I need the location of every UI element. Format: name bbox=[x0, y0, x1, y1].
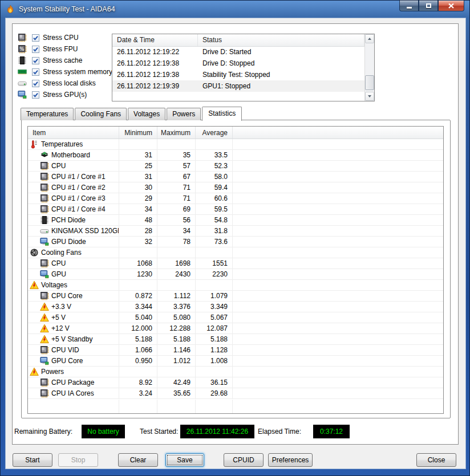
tab-temperatures[interactable]: Temperatures bbox=[21, 108, 74, 120]
stats-item-row[interactable]: CPU #1 / Core #1316758.0 bbox=[28, 172, 443, 182]
stats-column-maximum[interactable]: Maximum bbox=[157, 127, 196, 139]
stats-column-item[interactable]: Item bbox=[28, 127, 119, 139]
scroll-down-icon[interactable] bbox=[365, 92, 374, 101]
titlebar[interactable]: System Stability Test - AIDA64 bbox=[1, 1, 469, 18]
checkbox-stress-cache[interactable] bbox=[32, 57, 39, 64]
stats-item-label: Powers bbox=[41, 367, 64, 377]
stats-item-row[interactable]: CPU106816981551 bbox=[28, 258, 443, 269]
log-row[interactable]: 26.11.2012 12:19:22Drive D: Started bbox=[112, 46, 364, 58]
stats-item-row[interactable]: PCH Diode485654.8 bbox=[28, 215, 443, 226]
voltage-warning-icon bbox=[30, 280, 39, 290]
tab-powers[interactable]: Powers bbox=[167, 108, 201, 120]
stats-min-cell: 12.000 bbox=[119, 323, 157, 333]
stress-option-label[interactable]: Stress GPU(s) bbox=[43, 91, 87, 99]
start-button[interactable]: Start bbox=[13, 453, 52, 467]
gpu-icon bbox=[40, 270, 49, 279]
stats-item-row[interactable]: CPU Package8.9242.4936.15 bbox=[28, 377, 443, 388]
stress-option-label[interactable]: Stress CPU bbox=[43, 34, 79, 42]
stress-option-label[interactable]: Stress cache bbox=[43, 56, 82, 64]
tab-voltages[interactable]: Voltages bbox=[128, 108, 165, 120]
gpu-icon bbox=[40, 356, 49, 365]
cpu-chip-icon bbox=[40, 161, 49, 170]
stats-min-cell: 1230 bbox=[119, 269, 157, 279]
stats-max-cell: 69 bbox=[157, 204, 196, 214]
stats-avg-cell: 2230 bbox=[196, 269, 233, 279]
stats-group-row[interactable]: Voltages bbox=[28, 280, 443, 291]
scroll-up-icon[interactable] bbox=[365, 34, 374, 43]
stats-item-row[interactable]: CPU Core0.8721.1121.079 bbox=[28, 291, 443, 302]
stats-item-row[interactable]: +3.3 V3.3443.3763.349 bbox=[28, 302, 443, 312]
log-column-status[interactable]: Status bbox=[198, 34, 364, 46]
clear-button[interactable]: Clear bbox=[118, 453, 158, 467]
stats-min-cell: 5.040 bbox=[119, 312, 157, 323]
stats-item-row[interactable]: Motherboard313533.5 bbox=[28, 150, 443, 161]
stats-item-row[interactable]: GPU Diode327873.6 bbox=[28, 237, 443, 247]
stats-group-row[interactable]: Powers bbox=[28, 367, 443, 377]
minimize-button[interactable] bbox=[399, 1, 419, 11]
disk-icon bbox=[18, 79, 27, 88]
stats-max-cell: 35 bbox=[157, 150, 196, 160]
cpu-chip-icon bbox=[40, 389, 49, 398]
checkbox-stress-gpu-s[interactable] bbox=[32, 91, 39, 99]
cache-chip-icon bbox=[40, 215, 49, 225]
maximize-button[interactable] bbox=[419, 1, 438, 11]
stats-column-average[interactable]: Average bbox=[196, 127, 233, 139]
stats-item-row[interactable]: CPU #1 / Core #4346959.5 bbox=[28, 204, 443, 215]
stats-item-row[interactable]: +12 V12.00012.28812.087 bbox=[28, 323, 443, 334]
stress-option-label[interactable]: Stress local disks bbox=[43, 79, 96, 87]
checkbox-stress-system-memory[interactable] bbox=[32, 68, 39, 76]
stats-avg-cell: 54.8 bbox=[196, 215, 233, 225]
scrollbar-thumb[interactable] bbox=[365, 75, 374, 90]
close-button[interactable]: Close bbox=[416, 453, 456, 467]
stats-item-label: PCH Diode bbox=[51, 215, 86, 225]
stats-column-minimum[interactable]: Minimum bbox=[119, 127, 157, 139]
stats-item-label: CPU IA Cores bbox=[51, 388, 94, 398]
stats-min-cell: 25 bbox=[119, 161, 157, 171]
stress-option-label[interactable]: Stress FPU bbox=[43, 45, 78, 53]
statistics-header: Item Minimum Maximum Average bbox=[28, 127, 443, 139]
check-icon bbox=[33, 35, 39, 41]
stats-avg-cell: 5.188 bbox=[196, 334, 233, 344]
stats-item-label: Motherboard bbox=[51, 150, 90, 160]
stats-item-row[interactable]: +5 V Standby5.1885.1885.188 bbox=[28, 334, 443, 345]
stress-option-label[interactable]: Stress system memory bbox=[43, 68, 112, 76]
stats-item-row[interactable]: GPU123024302230 bbox=[28, 269, 443, 280]
log-column-date-time[interactable]: Date & Time bbox=[112, 34, 198, 46]
checkbox-stress-cpu[interactable] bbox=[32, 34, 39, 42]
tab-cooling-fans[interactable]: Cooling Fans bbox=[75, 108, 127, 120]
gpu-icon bbox=[40, 237, 49, 246]
remaining-battery-value: No battery bbox=[82, 425, 125, 438]
stats-item-row[interactable]: CPU255752.3 bbox=[28, 161, 443, 172]
stress-option-stress-cpu: Stress CPU bbox=[18, 32, 112, 43]
stats-item-row[interactable]: KINGMAX SSD 120GB283431.8 bbox=[28, 226, 443, 237]
stats-group-row[interactable]: Cooling Fans bbox=[28, 247, 443, 258]
stats-item-row[interactable]: CPU IA Cores3.2435.6529.68 bbox=[28, 388, 443, 399]
tab-statistics[interactable]: Statistics bbox=[202, 107, 242, 121]
stats-item-row[interactable]: GPU Core0.9501.0121.008 bbox=[28, 356, 443, 367]
log-row[interactable]: 26.11.2012 12:19:38Drive D: Stopped bbox=[112, 58, 364, 69]
stats-min-cell: 3.24 bbox=[119, 388, 157, 398]
log-row[interactable]: 26.11.2012 12:19:39GPU1: Stopped bbox=[112, 80, 364, 92]
stats-item-row[interactable]: CPU #1 / Core #2307159.4 bbox=[28, 182, 443, 193]
app-window: System Stability Test - AIDA64 Stress CP… bbox=[0, 0, 470, 476]
save-button[interactable]: Save bbox=[165, 453, 204, 467]
stats-max-cell: 34 bbox=[157, 226, 196, 236]
stats-item-row[interactable]: CPU #1 / Core #3297160.6 bbox=[28, 193, 443, 204]
stats-group-row[interactable]: Temperatures bbox=[28, 139, 443, 150]
statistics-body: TemperaturesMotherboard313533.5CPU255752… bbox=[28, 139, 443, 399]
remaining-battery-label: Remaining Battery: bbox=[14, 428, 72, 436]
cpuid-button[interactable]: CPUID bbox=[224, 453, 264, 467]
checkbox-stress-fpu[interactable] bbox=[32, 46, 39, 53]
stats-avg-cell: 12.087 bbox=[196, 323, 233, 333]
log-scrollbar[interactable] bbox=[364, 34, 374, 101]
checkbox-stress-local-disks[interactable] bbox=[32, 80, 39, 87]
log-row[interactable]: 26.11.2012 12:19:38Stability Test: Stopp… bbox=[112, 69, 364, 80]
stats-item-label: CPU #1 / Core #1 bbox=[51, 172, 106, 182]
stats-item-row[interactable]: CPU VID1.0661.1461.128 bbox=[28, 345, 443, 356]
stats-item-row[interactable]: +5 V5.0405.0805.067 bbox=[28, 312, 443, 323]
preferences-button[interactable]: Preferences bbox=[268, 453, 313, 467]
voltage-warning-icon bbox=[40, 335, 49, 344]
test-started-value: 26.11.2012 11:42:26 bbox=[180, 425, 254, 438]
stats-min-cell: 29 bbox=[119, 193, 157, 204]
close-window-button[interactable] bbox=[438, 1, 464, 11]
